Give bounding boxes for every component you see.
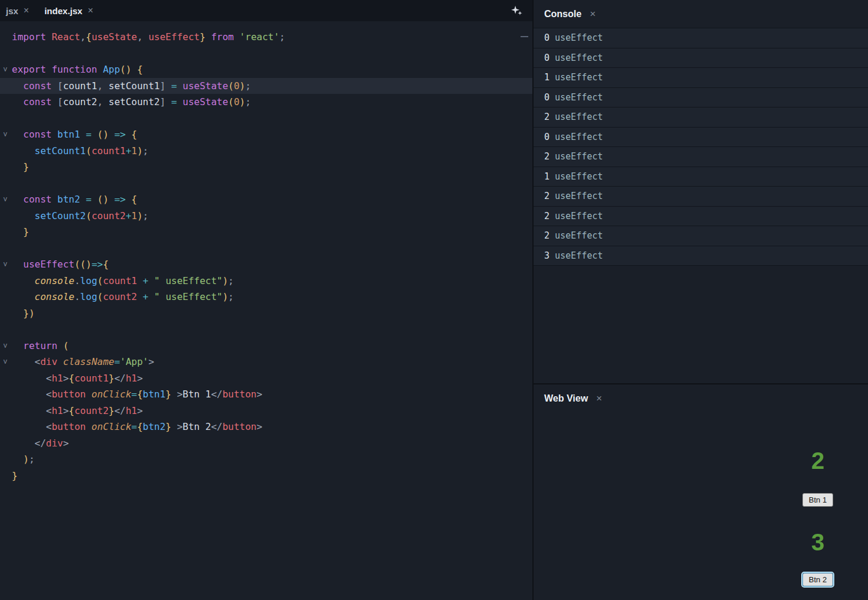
tab-label: jsx	[6, 6, 18, 16]
console-log-row: 1useEffect	[534, 167, 868, 187]
code-line[interactable]: }	[0, 159, 532, 175]
code-line[interactable]: })	[0, 305, 532, 322]
console-log-row: 0useEffect	[534, 88, 868, 108]
code-line[interactable]: console.log(count1 + " useEffect");	[0, 273, 532, 289]
fold-chevron-icon[interactable]: >	[1, 358, 10, 366]
code-line[interactable]: const [count2, setCount2] = useState(0);	[0, 94, 532, 110]
editor-pane: jsx × index.jsx × import React,{useState…	[0, 0, 534, 600]
scrollbar-handle[interactable]	[521, 36, 528, 37]
log-message: useEffect	[555, 211, 603, 221]
fold-chevron-icon[interactable]: >	[1, 131, 10, 139]
code-line[interactable]: setCount2(count2+1);	[0, 208, 532, 224]
code-line[interactable]: }	[0, 468, 532, 484]
console-log-row: 2useEffect	[534, 107, 868, 128]
btn2-button[interactable]: Btn 2	[802, 573, 833, 586]
code-line[interactable]: const [count1, setCount1] = useState(0);	[0, 78, 532, 94]
tab-label: index.jsx	[44, 6, 82, 16]
log-value: 1	[544, 72, 550, 83]
playground-app: jsx × index.jsx × import React,{useState…	[0, 0, 868, 600]
log-value: 1	[544, 171, 550, 182]
console-header: Console ×	[534, 0, 868, 28]
console-log-list: 0useEffect0useEffect1useEffect0useEffect…	[534, 28, 868, 266]
close-console-icon[interactable]: ×	[590, 8, 596, 20]
code-line[interactable]: > return (	[0, 338, 532, 354]
webview-title: Web View	[544, 393, 588, 404]
log-value: 2	[544, 112, 550, 122]
log-value: 0	[544, 53, 550, 63]
code-line[interactable]: }	[0, 224, 532, 240]
log-value: 2	[544, 211, 550, 221]
code-line[interactable]: console.log(count2 + " useEffect");	[0, 289, 532, 305]
log-message: useEffect	[555, 191, 603, 201]
log-message: useEffect	[555, 112, 603, 122]
fold-chevron-icon[interactable]: >	[1, 341, 10, 350]
code-line[interactable]: > <div className='App'>	[0, 354, 532, 370]
log-value: 3	[544, 250, 550, 261]
code-line[interactable]	[0, 240, 532, 257]
log-message: useEffect	[555, 32, 603, 43]
code-line[interactable]: > const btn2 = () => {	[0, 191, 532, 208]
console-log-row: 0useEffect	[534, 48, 868, 69]
code-line[interactable]: <button onClick={btn2} >Btn 2</button>	[0, 419, 532, 435]
tab-index-jsx[interactable]: index.jsx ×	[38, 0, 103, 21]
console-log-row: 0useEffect	[534, 28, 868, 48]
code-line[interactable]: <h1>{count1}</h1>	[0, 370, 532, 387]
log-message: useEffect	[555, 53, 603, 63]
code-line[interactable]	[0, 321, 532, 338]
log-value: 0	[544, 32, 550, 43]
code-line[interactable]: > const btn1 = () => {	[0, 126, 532, 143]
ai-sparkle-icon[interactable]	[510, 4, 523, 17]
webview-header: Web View ×	[534, 384, 868, 412]
log-message: useEffect	[555, 230, 603, 241]
console-log-row: 2useEffect	[534, 207, 868, 227]
console-log-row: 2useEffect	[534, 147, 868, 167]
count1-heading: 2	[811, 448, 824, 474]
code-area[interactable]: import React,{useState, useEffect} from …	[0, 21, 532, 600]
code-line[interactable]: > useEffect(()=>{	[0, 256, 532, 273]
code-line[interactable]: <button onClick={btn1} >Btn 1</button>	[0, 386, 532, 403]
log-value: 0	[544, 92, 550, 103]
console-log-row: 2useEffect	[534, 226, 868, 246]
log-message: useEffect	[555, 72, 603, 83]
code-line[interactable]: <h1>{count2}</h1>	[0, 403, 532, 419]
console-log-row: 0useEffect	[534, 128, 868, 148]
right-column: Console × 0useEffect0useEffect1useEffect…	[534, 0, 868, 600]
close-tab-icon[interactable]: ×	[24, 6, 29, 15]
count2-heading: 3	[811, 529, 824, 555]
code-line[interactable]: setCount1(count1+1);	[0, 143, 532, 159]
code-line[interactable]: import React,{useState, useEffect} from …	[0, 29, 532, 45]
console-title: Console	[544, 9, 581, 19]
editor-tab-bar: jsx × index.jsx ×	[0, 0, 532, 21]
btn1-button[interactable]: Btn 1	[802, 493, 833, 507]
fold-chevron-icon[interactable]: >	[1, 195, 10, 204]
log-value: 2	[544, 191, 550, 201]
console-log-row: 1useEffect	[534, 68, 868, 88]
code-line[interactable]	[0, 175, 532, 192]
console-log-row: 3useEffect	[534, 246, 868, 266]
fold-chevron-icon[interactable]: >	[1, 66, 10, 74]
code-line[interactable]	[0, 45, 532, 62]
log-message: useEffect	[555, 151, 603, 162]
code-line[interactable]: >export function App() {	[0, 61, 532, 78]
log-value: 2	[544, 151, 550, 162]
webview-content: 2 Btn 1 3 Btn 2	[782, 412, 853, 586]
code-line[interactable]: );	[0, 451, 532, 468]
log-message: useEffect	[555, 132, 603, 142]
close-tab-icon[interactable]: ×	[87, 6, 93, 15]
fold-chevron-icon[interactable]: >	[1, 260, 10, 269]
webview-pane: Web View × 2 Btn 1 3 Btn 2	[534, 384, 868, 600]
console-log-row: 2useEffect	[534, 187, 868, 207]
console-pane: Console × 0useEffect0useEffect1useEffect…	[534, 0, 868, 384]
log-message: useEffect	[555, 250, 603, 261]
tab-jsx[interactable]: jsx ×	[0, 0, 38, 21]
log-message: useEffect	[555, 171, 603, 182]
log-message: useEffect	[555, 92, 603, 103]
log-value: 2	[544, 230, 550, 241]
code-line[interactable]	[0, 110, 532, 127]
code-line[interactable]: </div>	[0, 435, 532, 452]
close-webview-icon[interactable]: ×	[596, 393, 602, 405]
log-value: 0	[544, 132, 550, 142]
